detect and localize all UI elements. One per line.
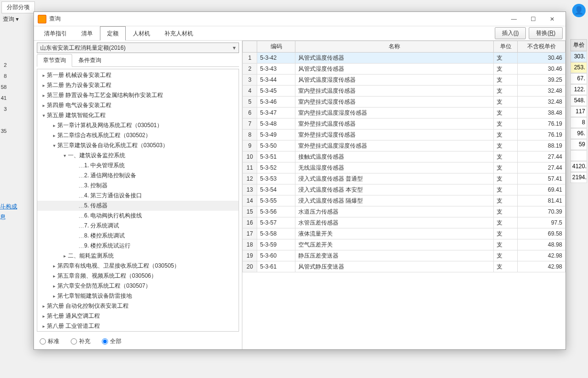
cell-code[interactable]: 5-3-56	[257, 206, 295, 217]
cell-name[interactable]: 室外壁挂式湿度传感器	[295, 130, 494, 140]
cell-code[interactable]: 5-3-54	[257, 184, 295, 195]
cell-name[interactable]: 空气压差开关	[295, 239, 494, 250]
cell-price[interactable]: 38.48	[518, 108, 566, 119]
cell-name[interactable]: 浸入式温度传感器 隔爆型	[295, 195, 494, 206]
tree-node[interactable]: ▾一、建筑设备监控系统	[37, 151, 239, 161]
tree-node[interactable]: ▸第六册 自动化控制仪表安装工程	[37, 301, 239, 311]
tree-node[interactable]: ▸第四册 电气设备安装工程	[37, 100, 239, 110]
bg-query-dropdown[interactable]: 查询	[0, 13, 22, 25]
tree-node[interactable]: •… 8. 楼控系统调试	[37, 231, 239, 241]
chevron-right-icon[interactable]: ▸	[51, 293, 57, 299]
cell-price[interactable]: 30.46	[518, 64, 566, 75]
cell-name[interactable]: 浸入式温度传感器 普通型	[295, 173, 494, 184]
table-row[interactable]: 25-3-43风管式湿度传感器支30.46	[243, 64, 566, 75]
cell-price[interactable]: 48.98	[518, 239, 566, 250]
tree-node[interactable]: ▸第四章有线电视、卫星接收系统工程（030505）	[37, 261, 239, 271]
tree-node[interactable]: •… 4. 第三方通信设备接口	[37, 191, 239, 201]
cell-price[interactable]: 81.41	[518, 195, 566, 206]
chevron-right-icon[interactable]: ▸	[40, 93, 47, 98]
chevron-right-icon[interactable]: ▸	[40, 83, 47, 88]
tree-node[interactable]: ▸二、能耗监测系统	[37, 251, 239, 261]
chevron-down-icon[interactable]: ▾	[61, 153, 68, 158]
cell-code[interactable]: 5-3-45	[257, 86, 295, 97]
cell-name[interactable]: 水管压差传感器	[295, 217, 494, 228]
table-row[interactable]: 55-3-46室内壁挂式湿度传感器支32.48	[243, 97, 566, 108]
cell-unit[interactable]: 支	[494, 97, 518, 108]
table-row[interactable]: 115-3-52无线温湿度传感器支27.44	[243, 162, 566, 173]
cell-price[interactable]: 32.48	[518, 97, 566, 108]
chevron-right-icon[interactable]: ▸	[61, 253, 68, 259]
radio-0[interactable]: 标准	[40, 337, 59, 346]
results-grid[interactable]: 编码 名称 单位 不含税单价 15-3-42风管式温度传感器支30.4625-3…	[242, 41, 566, 272]
cell-price[interactable]: 76.19	[518, 119, 566, 130]
tree-node[interactable]: ▾第三章建筑设备自动化系统工程（030503）	[37, 140, 239, 151]
cell-code[interactable]: 5-3-58	[257, 228, 295, 239]
cell-code[interactable]: 5-3-59	[257, 239, 295, 250]
cell-unit[interactable]: 支	[494, 140, 518, 151]
row-number[interactable]: 2	[243, 64, 257, 75]
row-number[interactable]: 3	[243, 75, 257, 86]
cell-unit[interactable]: 支	[494, 217, 518, 228]
cell-price[interactable]: 88.19	[518, 140, 566, 151]
cell-name[interactable]: 风管式湿度传感器	[295, 64, 494, 75]
cell-name[interactable]: 风管式静压变送器	[295, 261, 494, 272]
chevron-right-icon[interactable]: ▸	[51, 263, 57, 269]
cell-price[interactable]: 42.98	[518, 261, 566, 272]
cell-unit[interactable]: 支	[494, 86, 518, 97]
tree-node[interactable]: •… 1. 中央管理系统	[37, 161, 239, 171]
tree[interactable]: ▸第一册 机械设备安装工程▸第二册 热力设备安装工程▸第三册 静置设备与工艺金属…	[37, 69, 239, 332]
table-row[interactable]: 195-3-60静压压差变送器支42.98	[243, 250, 566, 261]
cell-unit[interactable]: 支	[494, 119, 518, 130]
bg-price-cell[interactable]: 122.	[570, 84, 587, 95]
chevron-right-icon[interactable]: ▸	[51, 133, 57, 138]
dialog-tab-0[interactable]: 清单指引	[37, 26, 74, 40]
tree-node[interactable]: ▸第八册 工业管道工程	[37, 321, 239, 331]
user-avatar-icon[interactable]: 👤	[572, 4, 586, 17]
cell-name[interactable]: 风管式温度湿度传感器	[295, 75, 494, 86]
cell-unit[interactable]: 支	[494, 53, 518, 64]
table-row[interactable]: 155-3-56水道压力传感器支70.39	[243, 206, 566, 217]
table-row[interactable]: 65-3-47室内壁挂式温度湿度传感器支38.48	[243, 108, 566, 119]
cell-unit[interactable]: 支	[494, 184, 518, 195]
table-row[interactable]: 135-3-54浸入式温度传感器 本安型支69.41	[243, 184, 566, 195]
table-row[interactable]: 165-3-57水管压差传感器支97.5	[243, 217, 566, 228]
bg-price-cell[interactable]: 2194.	[570, 172, 587, 183]
bg-price-cell[interactable]: 253.	[570, 62, 587, 73]
subtab-1[interactable]: 条件查询	[72, 54, 108, 66]
cell-unit[interactable]: 支	[494, 239, 518, 250]
table-row[interactable]: 45-3-45室内壁挂式温度传感器支32.48	[243, 86, 566, 97]
tree-node[interactable]: •… 9. 楼控系统试运行	[37, 241, 239, 251]
bg-price-cell[interactable]: 117	[570, 106, 587, 117]
cell-name[interactable]: 风管式温度传感器	[295, 53, 494, 64]
chevron-right-icon[interactable]: ▸	[40, 313, 47, 319]
tree-node[interactable]: •… 6. 电动阀执行机构接线	[37, 211, 239, 221]
cell-code[interactable]: 5-3-53	[257, 173, 295, 184]
bg-price-cell[interactable]: 4120.	[570, 161, 587, 172]
dialog-tab-4[interactable]: 补充人材机	[157, 26, 200, 40]
subtab-0[interactable]: 章节查询	[37, 54, 72, 67]
cell-name[interactable]: 室内壁挂式湿度传感器	[295, 97, 494, 108]
cell-code[interactable]: 5-3-49	[257, 130, 295, 140]
cell-price[interactable]: 27.44	[518, 151, 566, 162]
cell-name[interactable]: 室外壁挂式温度湿度传感器	[295, 140, 494, 151]
radio-2[interactable]: 全部	[102, 337, 121, 346]
table-row[interactable]: 125-3-53浸入式温度传感器 普通型支57.41	[243, 173, 566, 184]
cell-code[interactable]: 5-3-61	[257, 261, 295, 272]
tree-node[interactable]: •… 5. 传感器	[37, 201, 239, 211]
cell-price[interactable]: 57.41	[518, 173, 566, 184]
cell-code[interactable]: 5-3-48	[257, 119, 295, 130]
row-number[interactable]: 4	[243, 86, 257, 97]
minimize-button[interactable]: —	[504, 12, 523, 26]
cell-name[interactable]: 室外壁挂式温度传感器	[295, 119, 494, 130]
tree-node[interactable]: ▸第一章计算机及网络系统工程（030501）	[37, 120, 239, 130]
cell-name[interactable]: 水道压力传感器	[295, 206, 494, 217]
radio-1[interactable]: 补充	[71, 337, 90, 346]
bg-price-cell[interactable]: 59	[570, 139, 587, 150]
cell-unit[interactable]: 支	[494, 130, 518, 140]
chevron-right-icon[interactable]: ▸	[40, 73, 47, 78]
bg-price-cell[interactable]: 303.	[570, 51, 587, 62]
cell-code[interactable]: 5-3-57	[257, 217, 295, 228]
row-number[interactable]: 10	[243, 151, 257, 162]
row-number[interactable]: 7	[243, 119, 257, 130]
close-button[interactable]: ✕	[543, 12, 562, 26]
